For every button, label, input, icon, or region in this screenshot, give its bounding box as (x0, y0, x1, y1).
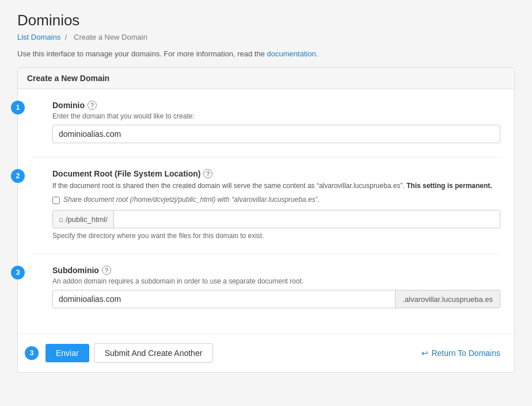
main-card: Create a New Domain 1 Dominio ? Enter th… (17, 67, 515, 373)
docroot-prefix: ⌂ /public_html/ (53, 210, 114, 228)
subdominio-desc: An addon domain requires a subdomain in … (52, 277, 500, 285)
breadcrumb-list-domains[interactable]: List Domains (17, 33, 60, 41)
card-header: Create a New Domain (18, 68, 514, 89)
info-text: Use this interface to manage your domain… (17, 49, 515, 58)
subdominio-suffix: .alvarovillar.lucusprueba.es (395, 290, 500, 308)
share-docroot-checkbox-label[interactable]: Share document root (/home/dcvjetzj/publ… (52, 196, 500, 204)
step-badge-1: 1 (11, 101, 25, 114)
step-badge-2: 2 (11, 169, 25, 183)
dominio-label: Dominio ? (52, 101, 500, 110)
section-subdominio: 3 Subdominio ? An addon domain requires … (32, 266, 500, 308)
docroot-input-group: ⌂ /public_html/ (52, 210, 500, 228)
breadcrumb-current: Create a New Domain (74, 33, 147, 41)
divider-2 (32, 254, 500, 254)
return-link[interactable]: ↩ Return To Domains (421, 348, 500, 358)
return-label: Return To Domains (431, 348, 500, 358)
docroot-section: Document Root (File System Location) ? I… (52, 169, 500, 240)
docroot-help-icon[interactable]: ? (203, 169, 212, 178)
home-icon: ⌂ (59, 215, 63, 224)
docroot-prefix-text: /public_html/ (66, 215, 108, 224)
form-actions: 3 Enviar Submit And Create Another ↩ Ret… (18, 334, 514, 372)
share-docroot-checkbox[interactable] (52, 197, 60, 204)
docroot-input[interactable] (114, 210, 500, 228)
actions-left: Enviar Submit And Create Another (45, 343, 213, 363)
subdominio-input-group: .alvarovillar.lucusprueba.es (52, 290, 500, 308)
step-badge-3: 3 (11, 266, 25, 279)
docroot-warning: If the document root is shared then the … (52, 181, 500, 191)
create-another-button[interactable]: Submit And Create Another (94, 343, 214, 363)
actions-wrapper: 3 Enviar Submit And Create Another (32, 343, 213, 363)
documentation-link[interactable]: documentation (267, 49, 316, 58)
docroot-label: Document Root (File System Location) ? (52, 169, 500, 178)
divider-1 (32, 157, 500, 158)
section-docroot: 2 Document Root (File System Location) ?… (32, 169, 500, 240)
page-title: Dominios (17, 12, 515, 29)
subdominio-input[interactable] (53, 290, 395, 308)
card-body: 1 Dominio ? Enter the domain that you wo… (18, 89, 514, 334)
section-dominio: 1 Dominio ? Enter the domain that you wo… (32, 101, 500, 143)
step-badge-actions: 3 (25, 346, 39, 360)
breadcrumb-separator: / (65, 33, 67, 41)
dominio-help-icon[interactable]: ? (88, 101, 97, 110)
subdominio-label: Subdominio ? (52, 266, 500, 275)
docroot-specify-text: Specify the directory where you want the… (52, 232, 500, 240)
dominio-section: Dominio ? Enter the domain that you woul… (52, 101, 500, 143)
submit-button[interactable]: Enviar (45, 344, 89, 362)
subdominio-section: Subdominio ? An addon domain requires a … (52, 266, 500, 308)
dominio-desc: Enter the domain that you would like to … (52, 112, 500, 120)
subdominio-help-icon[interactable]: ? (102, 266, 111, 275)
breadcrumb: List Domains / Create a New Domain (17, 33, 515, 41)
dominio-input[interactable] (52, 125, 500, 143)
return-icon: ↩ (421, 348, 428, 358)
